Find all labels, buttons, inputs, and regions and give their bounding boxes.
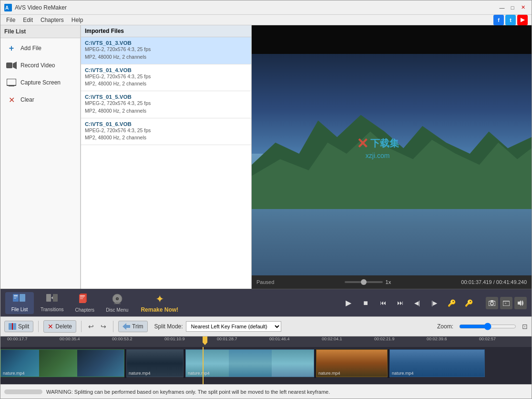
file-name-3: C:\VTS_01_6.VOB bbox=[85, 121, 247, 127]
status-scrollbar[interactable] bbox=[4, 389, 42, 394]
svg-rect-15 bbox=[53, 294, 58, 302]
tool-transitions[interactable]: Transitions bbox=[36, 292, 69, 314]
clip-0-thumb-3 bbox=[77, 350, 124, 377]
tool-disc-menu[interactable]: Disc Menu bbox=[101, 292, 133, 315]
clip-2-thumb-3 bbox=[272, 350, 314, 377]
minimize-button[interactable]: — bbox=[497, 3, 507, 12]
next-frame-button[interactable]: |▶ bbox=[428, 296, 441, 310]
video-top-bar bbox=[252, 25, 532, 54]
menu-chapters[interactable]: Chapters bbox=[37, 16, 68, 24]
trim-button[interactable]: Trim bbox=[118, 321, 148, 332]
next-button[interactable]: ⏭ bbox=[393, 296, 407, 310]
timeline-tracks[interactable]: nature.mp4 nature.mp4 natur bbox=[0, 347, 532, 384]
menu-file[interactable]: File bbox=[2, 16, 19, 24]
add-icon: + bbox=[6, 43, 17, 53]
menu-help[interactable]: Help bbox=[68, 16, 87, 24]
file-info-2a: MPEG-2, 720x576 4:3, 25 fps bbox=[85, 100, 247, 107]
zoom-slider[interactable] bbox=[459, 323, 516, 330]
watermark-logo: ✕ 下载集 bbox=[357, 135, 399, 151]
file-info-0b: MP2, 48000 Hz, 2 channels bbox=[85, 53, 247, 61]
record-video-label: Record Video bbox=[20, 62, 55, 69]
prev-frame-button[interactable]: ◀| bbox=[410, 296, 424, 310]
remake-now-button[interactable]: ✦ Remake Now! bbox=[135, 291, 184, 315]
clip-4-label: nature.mp4 bbox=[392, 371, 414, 376]
file-name-2: C:\VTS_01_5.VOB bbox=[85, 94, 247, 100]
imported-files-panel: Imported Files C:\VTS_01_3.VOB MPEG-2, 7… bbox=[81, 25, 251, 289]
svg-marker-37 bbox=[123, 323, 130, 330]
main-toolbar: File List Transitions bbox=[0, 289, 532, 316]
undo-button[interactable]: ↩ bbox=[86, 322, 96, 331]
title-bar: A AVS Video ReMaker — □ ✕ bbox=[0, 0, 532, 15]
mark-out-button[interactable]: 🔑 bbox=[462, 296, 475, 310]
clip-3[interactable]: nature.mp4 bbox=[316, 349, 388, 377]
timeline-area[interactable]: 00:00:17.7 00:00:35.4 00:00:53.2 00:01:1… bbox=[0, 336, 532, 384]
redo-button[interactable]: ↪ bbox=[99, 322, 108, 331]
delete-button[interactable]: ✕ Delete bbox=[43, 320, 76, 333]
capture-screen-button[interactable]: Capture Screen bbox=[2, 74, 78, 91]
transitions-icon bbox=[46, 294, 58, 306]
svg-rect-25 bbox=[116, 302, 119, 304]
file-name-1: C:\VTS_01_4.VOB bbox=[85, 67, 247, 73]
svg-text:A: A bbox=[5, 5, 9, 10]
tick-1: 00:00:35.4 bbox=[60, 336, 80, 341]
split-button[interactable]: Split bbox=[4, 321, 33, 332]
youtube-icon[interactable]: ▶ bbox=[517, 15, 528, 25]
playhead-line bbox=[203, 347, 204, 384]
file-entry-2[interactable]: C:\VTS_01_5.VOB MPEG-2, 720x576 4:3, 25 … bbox=[81, 91, 251, 118]
svg-rect-6 bbox=[9, 86, 14, 86]
menu-edit[interactable]: Edit bbox=[19, 16, 37, 24]
file-entry-3[interactable]: C:\VTS_01_6.VOB MPEG-2, 720x576 4:3, 25 … bbox=[81, 118, 251, 146]
split-label: Split bbox=[18, 323, 29, 330]
tick-4: 00:01:28.7 bbox=[217, 336, 237, 341]
sep-3 bbox=[113, 321, 113, 332]
speed-slider-track[interactable] bbox=[345, 281, 383, 283]
stop-button[interactable]: ■ bbox=[359, 296, 372, 310]
screenshot-button[interactable] bbox=[500, 297, 512, 309]
volume-button[interactable] bbox=[514, 297, 527, 309]
restore-button[interactable]: □ bbox=[508, 3, 517, 12]
record-video-button[interactable]: Record Video bbox=[2, 57, 78, 74]
prev-button[interactable]: ⏮ bbox=[376, 296, 389, 310]
zoom-label: Zoom: bbox=[437, 323, 453, 330]
facebook-icon[interactable]: f bbox=[493, 15, 504, 25]
file-list-icon bbox=[13, 294, 26, 306]
svg-point-24 bbox=[116, 298, 118, 299]
svg-rect-35 bbox=[13, 323, 16, 330]
video-preview: ✕ 下载集 xzji.com bbox=[252, 54, 532, 275]
clip-4[interactable]: nature.mp4 bbox=[389, 349, 485, 377]
right-side: ✕ 下载集 xzji.com Paused 1x 00:01:37.419 / bbox=[252, 25, 532, 289]
left-side: File List + Add File bbox=[0, 25, 252, 289]
playback-controls: ▶ ■ ⏮ ⏭ ◀| |▶ 🔑 🔑 bbox=[342, 296, 480, 310]
svg-marker-33 bbox=[518, 300, 521, 306]
clip-2[interactable]: nature.mp4 bbox=[185, 349, 314, 377]
speed-slider-thumb bbox=[361, 279, 367, 285]
file-list-label: File List bbox=[11, 307, 28, 312]
split-mode-select[interactable]: Nearest Left Key Frame (default) Exact P… bbox=[186, 321, 281, 332]
twitter-icon[interactable]: t bbox=[505, 15, 516, 25]
file-entry-1[interactable]: C:\VTS_01_4.VOB MPEG-2, 720x576 4:3, 25 … bbox=[81, 64, 251, 92]
clear-button[interactable]: ✕ Clear bbox=[2, 92, 78, 108]
close-button[interactable]: ✕ bbox=[518, 3, 528, 12]
social-links: f t ▶ bbox=[493, 15, 530, 25]
app-title: AVS Video ReMaker bbox=[15, 4, 497, 11]
video-status-bar: Paused 1x 00:01:37.419 / 00:41:49.240 bbox=[252, 275, 532, 289]
play-button[interactable]: ▶ bbox=[342, 296, 355, 310]
zoom-expand-icon[interactable]: ⊡ bbox=[522, 323, 528, 330]
file-entry-0[interactable]: C:\VTS_01_3.VOB MPEG-2, 720x576 4:3, 25 … bbox=[81, 37, 251, 64]
tool-chapters[interactable]: Chapters bbox=[71, 292, 100, 315]
edit-toolbar: Split ✕ Delete ↩ ↪ Trim Split Mode: Near… bbox=[0, 316, 532, 336]
remake-star-icon: ✦ bbox=[155, 293, 164, 305]
clip-2-thumb-2 bbox=[229, 350, 272, 377]
add-file-button[interactable]: + Add File bbox=[2, 40, 78, 56]
extra-controls bbox=[486, 297, 527, 309]
tool-file-list[interactable]: File List bbox=[5, 292, 34, 314]
status-bar: WARNING: Splitting can be performed base… bbox=[0, 384, 532, 399]
imported-header: Imported Files bbox=[81, 25, 251, 37]
clip-1[interactable]: nature.mp4 bbox=[126, 349, 184, 377]
file-info-1b: MP2, 48000 Hz, 2 channels bbox=[85, 80, 247, 88]
mark-in-button[interactable]: 🔑 bbox=[445, 296, 458, 310]
snapshot-button[interactable] bbox=[486, 297, 498, 309]
split-mode-text: Split Mode: bbox=[154, 323, 183, 330]
clip-0[interactable]: nature.mp4 bbox=[0, 349, 124, 377]
clip-1-label: nature.mp4 bbox=[129, 371, 151, 376]
